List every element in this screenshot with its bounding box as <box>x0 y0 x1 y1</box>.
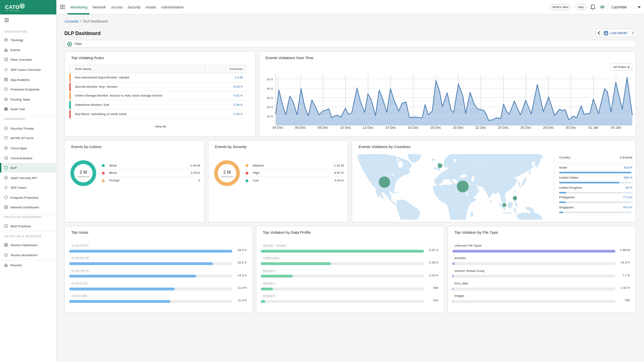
svg-text:04 Dec: 04 Dec <box>272 125 284 130</box>
svg-text:06 Dec: 06 Dec <box>295 125 306 130</box>
svg-text:50 K: 50 K <box>267 78 274 81</box>
svg-text:26 Dec: 26 Dec <box>520 125 532 130</box>
svg-text:03 Jan: 03 Jan <box>611 125 621 130</box>
svg-text:30 Dec: 30 Dec <box>566 125 577 130</box>
svg-text:20 K: 20 K <box>267 105 274 109</box>
svg-text:12 Dec: 12 Dec <box>363 125 374 130</box>
svg-text:16 Dec: 16 Dec <box>408 125 419 130</box>
svg-text:18 Dec: 18 Dec <box>430 125 442 130</box>
svg-text:14 Dec: 14 Dec <box>385 125 396 130</box>
svg-text:20 Dec: 20 Dec <box>453 125 464 130</box>
svg-text:30 K: 30 K <box>267 96 274 100</box>
svg-text:01 Jan: 01 Jan <box>588 125 599 130</box>
svg-text:22 Dec: 22 Dec <box>475 125 487 130</box>
svg-text:28 Dec: 28 Dec <box>543 125 554 130</box>
svg-text:08 Dec: 08 Dec <box>318 125 329 130</box>
svg-text:10 K: 10 K <box>267 115 274 118</box>
svg-text:40 K: 40 K <box>267 87 274 90</box>
svg-text:24 Dec: 24 Dec <box>498 125 509 130</box>
svg-text:10 Dec: 10 Dec <box>340 125 351 130</box>
